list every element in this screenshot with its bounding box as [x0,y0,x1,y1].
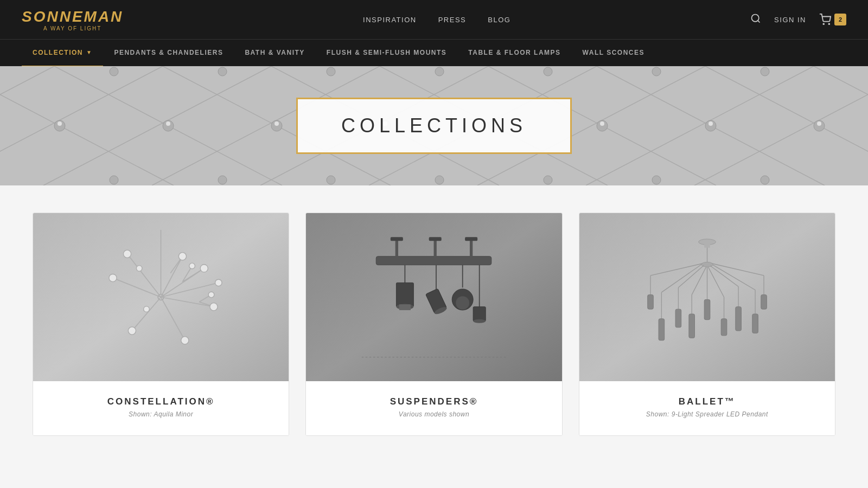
suspenders-image [306,213,561,381]
top-header: SONNEMAN A WAY OF LIGHT INSPIRATION PRES… [0,0,868,39]
sign-in-link[interactable]: SIGN IN [774,16,806,24]
svg-point-45 [58,121,62,126]
nav-press[interactable]: PRESS [438,16,467,24]
svg-point-99 [474,319,486,323]
svg-rect-127 [761,295,767,310]
svg-point-38 [110,176,118,184]
svg-point-47 [275,121,279,126]
logo[interactable]: SONNEMAN A WAY OF LIGHT [22,8,123,31]
nav-inspiration[interactable]: INSPIRATION [363,16,417,24]
svg-rect-121 [736,307,742,331]
hero-title: COLLECTIONS [341,114,527,137]
svg-point-69 [181,337,189,344]
top-navigation: INSPIRATION PRESS BLOG [363,16,510,24]
svg-point-50 [600,121,604,126]
svg-line-56 [161,297,185,341]
constellation-subtitle: Shown: Aquila Minor [44,410,278,418]
svg-point-36 [652,67,661,76]
svg-point-32 [218,67,227,76]
svg-rect-113 [689,314,695,338]
svg-point-70 [128,327,136,335]
header-right: SIGN IN 2 [750,13,846,27]
hero-banner: COLLECTIONS [0,66,868,185]
svg-point-74 [215,279,222,286]
svg-point-72 [124,250,131,258]
svg-rect-118 [721,319,727,336]
svg-rect-83 [470,240,473,258]
collection-card-constellation[interactable]: CONSTELLATION® Shown: Aquila Minor [33,213,289,436]
svg-point-96 [456,296,470,310]
svg-point-46 [166,121,170,126]
svg-point-42 [544,176,552,184]
svg-point-37 [761,67,769,76]
svg-point-39 [218,176,227,184]
sub-navigation: COLLECTION ▼ PENDANTS & CHANDELIERS BATH… [0,39,868,66]
svg-point-78 [136,266,142,272]
collection-card-ballet[interactable]: BALLET™ Shown: 9-Light Spreader LED Pend… [579,213,835,436]
svg-rect-85 [429,237,442,241]
svg-point-51 [709,121,713,126]
collections-section: CONSTELLATION® Shown: Aquila Minor [0,185,868,463]
ballet-name: BALLET™ [590,396,824,407]
constellation-info: CONSTELLATION® Shown: Aquila Minor [33,381,289,435]
chevron-down-icon: ▼ [86,49,92,55]
svg-rect-98 [474,307,486,322]
svg-rect-86 [465,237,478,241]
collections-grid: CONSTELLATION® Shown: Aquila Minor [33,213,835,436]
ballet-info: BALLET™ Shown: 9-Light Spreader LED Pend… [579,381,835,435]
svg-line-125 [712,264,764,275]
brand-name: SONNEMAN [22,8,123,25]
svg-point-77 [144,306,150,312]
svg-point-76 [208,292,214,298]
svg-point-73 [178,253,186,260]
svg-point-43 [652,176,661,184]
svg-rect-84 [391,237,403,241]
suspenders-info: SUSPENDERS® Various models shown [306,381,561,435]
suspenders-subtitle: Various models shown [317,410,551,418]
svg-rect-110 [675,309,681,328]
nav-blog[interactable]: BLOG [488,16,510,24]
svg-point-71 [109,274,117,281]
svg-point-2 [823,23,824,24]
svg-rect-81 [395,240,398,258]
svg-rect-124 [752,314,758,333]
cart-badge: 2 [834,14,846,25]
svg-point-40 [327,176,335,184]
svg-point-41 [435,176,444,184]
svg-point-52 [817,121,821,126]
subnav-flush[interactable]: FLUSH & SEMI-FLUSH MOUNTS [316,40,458,67]
subnav-pendants[interactable]: PENDANTS & CHANDELIERS [103,40,234,67]
constellation-image [33,213,289,381]
svg-line-111 [692,267,706,294]
svg-line-1 [758,20,760,22]
svg-point-33 [327,67,335,76]
search-button[interactable] [750,13,761,27]
subnav-collection[interactable]: COLLECTION ▼ [22,40,103,67]
svg-point-44 [761,176,769,184]
svg-rect-102 [704,242,710,248]
svg-point-34 [435,67,444,76]
svg-point-31 [110,67,118,76]
svg-rect-88 [397,282,414,306]
subnav-wall-sconces[interactable]: WALL SCONCES [572,40,655,67]
ballet-image [579,213,835,381]
hero-title-box: COLLECTIONS [296,98,572,154]
constellation-name: CONSTELLATION® [44,396,278,407]
svg-line-60 [161,256,183,297]
subnav-bath[interactable]: BATH & VANITY [234,40,315,67]
svg-point-0 [752,14,759,21]
svg-point-75 [189,263,195,269]
cart-button[interactable]: 2 [819,14,846,25]
svg-point-67 [200,265,208,272]
svg-rect-82 [434,240,437,258]
search-icon [750,13,761,24]
svg-point-3 [828,23,829,24]
svg-rect-90 [399,304,411,310]
ballet-subtitle: Shown: 9-Light Spreader LED Pendant [590,410,824,418]
subnav-table-floor[interactable]: TABLE & FLOOR LAMPS [457,40,571,67]
collection-card-suspenders[interactable]: SUSPENDERS® Various models shown [305,213,562,436]
svg-point-35 [544,67,552,76]
svg-point-68 [210,303,218,311]
svg-line-116 [708,267,724,297]
cart-icon [819,14,831,25]
